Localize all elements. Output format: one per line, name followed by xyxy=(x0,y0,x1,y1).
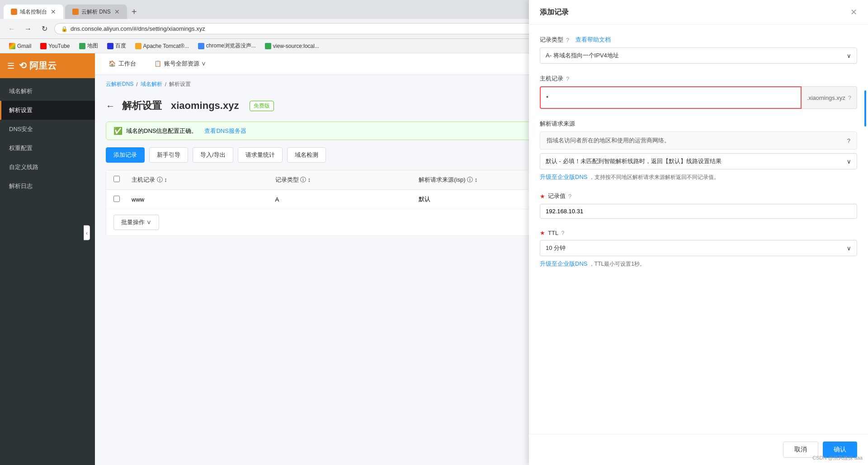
form-section-host: 主机记录 ? .xiaomings.xyz ? xyxy=(540,75,857,109)
host-help-icon[interactable]: ⓘ xyxy=(157,176,163,183)
tab-close-2[interactable]: ✕ xyxy=(114,8,120,15)
bookmark-maps-label: 地图 xyxy=(87,42,98,50)
sidebar-item-resolve-log[interactable]: 解析日志 xyxy=(0,177,95,196)
maps-favicon xyxy=(79,43,85,49)
sidebar-nav: 域名解析 解析设置 DNS安全 权重配置 自定义线路 解析日志 xyxy=(0,78,95,199)
bookmark-chrome-label: chrome浏览器没声... xyxy=(206,42,256,50)
row-checkbox[interactable] xyxy=(113,196,120,202)
guide-button[interactable]: 新手引导 xyxy=(149,147,188,163)
ttl-select[interactable]: 10 分钟 ∨ xyxy=(540,240,857,256)
browser-tab-active[interactable]: 域名控制台 ✕ xyxy=(4,5,63,19)
sidebar-item-resolve-settings[interactable]: 解析设置 xyxy=(0,101,95,120)
forward-button[interactable]: → xyxy=(22,23,34,35)
bookmark-tomcat-label: Apache Tomcat®... xyxy=(143,43,189,49)
tomcat-favicon xyxy=(135,43,142,49)
stats-button[interactable]: 请求量统计 xyxy=(238,147,283,163)
host-sort-icon[interactable]: ↕ xyxy=(164,176,167,183)
batch-ops-button[interactable]: 批量操作 ∨ xyxy=(113,215,159,230)
cell-type: A xyxy=(275,196,419,203)
record-type-label: 记录类型 ? 查看帮助文档 xyxy=(540,36,857,44)
type-help-icon[interactable]: ⓘ xyxy=(300,176,306,183)
new-tab-button[interactable]: + xyxy=(127,5,142,19)
resource-icon: 📋 xyxy=(154,60,161,67)
select-all-checkbox[interactable] xyxy=(113,176,120,182)
dns-server-link[interactable]: 查看DNS服务器 xyxy=(204,127,246,135)
bookmark-tomcat[interactable]: Apache Tomcat®... xyxy=(132,42,193,51)
sidebar-item-dns-security[interactable]: DNS安全 xyxy=(0,120,95,139)
viewsource-favicon xyxy=(265,43,271,49)
sidebar: ☰ ⟲ 阿里云 域名解析 解析设置 DNS安全 权重配置 自定义线路 解析日志 xyxy=(0,53,95,465)
source-info: 指域名访问者所在的地区和使用的运营商网络。 ? xyxy=(540,132,857,150)
bookmark-maps[interactable]: 地图 xyxy=(75,41,102,51)
import-export-button[interactable]: 导入/导出 xyxy=(193,147,233,163)
tab-title-1: 域名控制台 xyxy=(20,8,47,16)
record-value-input[interactable] xyxy=(540,204,857,219)
sidebar-item-weight-config[interactable]: 权重配置 xyxy=(0,139,95,158)
breadcrumb-resolve[interactable]: 域名解析 xyxy=(141,80,162,88)
tab-title-2: 云解析 DNS xyxy=(81,8,111,16)
scrollbar-indicator[interactable] xyxy=(864,90,866,127)
breadcrumb-sep2: / xyxy=(165,81,166,88)
tab-close-1[interactable]: ✕ xyxy=(51,8,56,15)
browser-tab-inactive[interactable]: 云解析 DNS ✕ xyxy=(65,5,127,19)
ttl-upgrade-text: 升级至企业版DNS ，TTL最小可设置1秒。 xyxy=(540,260,857,268)
form-section-resolve-source: 解析请求来源 指域名访问者所在的地区和使用的运营商网络。 ? 默认 - 必填！未… xyxy=(540,120,857,181)
drawer-title: 添加记录 xyxy=(540,8,569,17)
ttl-upgrade-link[interactable]: 升级至企业版DNS xyxy=(540,260,587,267)
ttl-help-icon[interactable]: ? xyxy=(561,230,564,236)
sidebar-item-dns-resolve[interactable]: 域名解析 xyxy=(0,82,95,101)
sidebar-header[interactable]: ☰ ⟲ 阿里云 xyxy=(0,53,95,78)
source-sort-icon[interactable]: ↕ xyxy=(475,176,478,183)
bookmark-gmail[interactable]: Gmail xyxy=(5,42,35,51)
upgrade-dns-text: 升级至企业版DNS ，支持按不同地区解析请求来源解析返回不同记录值。 xyxy=(540,173,857,181)
record-type-select[interactable]: A- 将域名指向一个IPV4地址 ∨ xyxy=(540,47,857,64)
back-button[interactable]: ← xyxy=(106,101,115,111)
drawer-header: 添加记录 ✕ xyxy=(529,0,868,25)
hamburger-icon[interactable]: ☰ xyxy=(7,61,14,71)
baidu-favicon xyxy=(107,43,113,49)
record-value-label: ★ 记录值 ? xyxy=(540,192,857,200)
collapse-sidebar-button[interactable]: ‹ xyxy=(84,225,90,240)
record-value-help-icon[interactable]: ? xyxy=(568,193,571,200)
sidebar-item-custom-line[interactable]: 自定义线路 xyxy=(0,158,95,177)
resolve-source-value: 默认 - 必填！未匹配到智能解析线路时，返回【默认】线路设置结果 xyxy=(546,157,722,165)
tab-favicon-2 xyxy=(72,9,79,15)
form-section-record-value: ★ 记录值 ? xyxy=(540,192,857,219)
resolve-source-help-icon[interactable]: ? xyxy=(847,137,850,144)
back-button[interactable]: ← xyxy=(5,23,18,35)
form-section-ttl: ★ TTL ? 10 分钟 ∨ 升级至企业版DNS ，TTL最小可设置1秒。 xyxy=(540,230,857,268)
type-sort-icon[interactable]: ↕ xyxy=(308,176,311,183)
resolve-source-select[interactable]: 默认 - 必填！未匹配到智能解析线路时，返回【默认】线路设置结果 ∨ xyxy=(540,153,857,169)
gmail-favicon xyxy=(9,43,15,49)
check-button[interactable]: 域名检测 xyxy=(287,147,326,163)
bookmark-baidu-label: 百度 xyxy=(115,42,126,50)
resolve-source-chevron: ∨ xyxy=(847,158,851,165)
nav-workbench[interactable]: 🏠 工作台 xyxy=(104,53,141,75)
host-help-icon[interactable]: ? xyxy=(566,75,569,82)
add-record-button[interactable]: 添加记录 xyxy=(106,147,145,163)
breadcrumb-current: 解析设置 xyxy=(169,80,191,88)
record-type-help-icon[interactable]: ? xyxy=(566,37,569,43)
reload-button[interactable]: ↻ xyxy=(38,23,51,35)
drawer-close-button[interactable]: ✕ xyxy=(850,7,857,17)
lock-icon: 🔒 xyxy=(61,26,68,32)
sidebar-logo: ⟲ 阿里云 xyxy=(19,60,57,72)
bookmark-baidu[interactable]: 百度 xyxy=(104,41,130,51)
upgrade-dns-link[interactable]: 升级至企业版DNS xyxy=(540,174,587,180)
bookmark-youtube[interactable]: YouTube xyxy=(37,42,73,51)
bookmark-chrome[interactable]: chrome浏览器没声... xyxy=(194,41,259,51)
ttl-value: 10 分钟 xyxy=(546,244,566,252)
youtube-favicon xyxy=(40,43,47,49)
host-record-input[interactable] xyxy=(540,86,802,109)
bookmark-viewsource-label: view-source:local... xyxy=(273,43,319,49)
dns-status-text: 域名的DNS信息配置正确。 xyxy=(126,127,197,135)
collapse-icon: ‹ xyxy=(86,230,88,236)
record-type-help-link[interactable]: 查看帮助文档 xyxy=(576,36,611,44)
nav-all-resources[interactable]: 📋 账号全部资源 ∨ xyxy=(150,53,211,75)
suffix-help-icon[interactable]: ? xyxy=(848,94,851,101)
watermark: CSDN @清风微抹 aaa xyxy=(812,455,863,461)
tab-favicon-1 xyxy=(11,9,17,15)
bookmark-viewsource[interactable]: view-source:local... xyxy=(261,42,323,51)
source-help-icon[interactable]: ⓘ xyxy=(467,176,473,183)
breadcrumb-dns[interactable]: 云解析DNS xyxy=(106,80,133,88)
